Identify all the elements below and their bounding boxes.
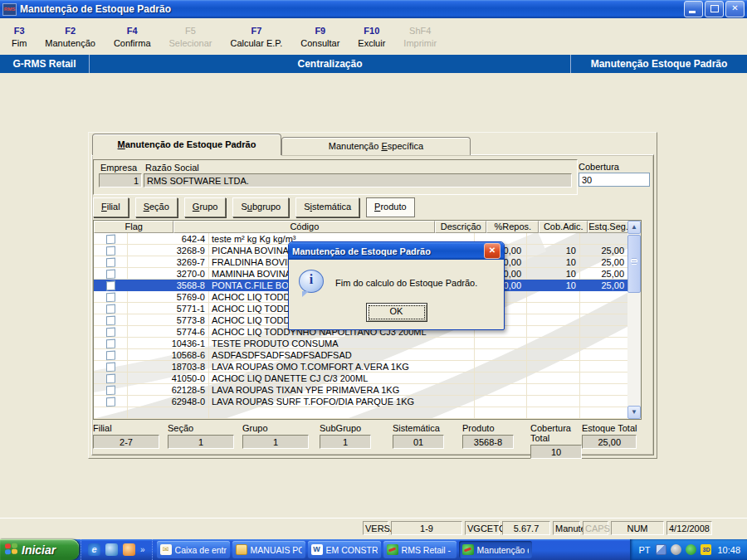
repos-cell [474, 384, 526, 396]
toolbar-item[interactable]: F7 Calcular E.P. [230, 26, 282, 48]
codigo-cell: 62128-5 [127, 384, 208, 396]
quick-launch: e » [81, 539, 153, 560]
toolbar-item[interactable]: F3 Fim [12, 26, 27, 48]
task-button-label: MANUAIS PO... [251, 545, 302, 555]
column-header: Flag [94, 221, 173, 233]
table-row[interactable]: 62128-5 LAVA ROUPAS TIXAN YPE PRIMAVERA … [94, 384, 629, 396]
toolbar-item[interactable]: F5 Selecionar [169, 26, 212, 48]
start-button[interactable]: Iniciar [0, 539, 79, 560]
folder-window-button[interactable]: MANUAIS PO... [232, 541, 305, 558]
scroll-up-button[interactable]: ▲ [627, 221, 641, 234]
filter-button[interactable]: Grupo [184, 197, 227, 217]
xara3d-icon[interactable] [701, 544, 711, 555]
summary-field: 2-7 [93, 435, 159, 449]
estq-seg-cell [579, 396, 629, 407]
filter-button[interactable]: Produto [366, 197, 415, 217]
flag-checkbox[interactable] [106, 397, 115, 407]
media-player-icon[interactable] [123, 543, 135, 556]
filter-button[interactable]: Sistemática [295, 197, 359, 217]
word-window-button[interactable]: EM CONSTRU... [308, 541, 381, 558]
estq-seg-cell [579, 338, 629, 349]
restore-button[interactable] [705, 1, 724, 17]
summary-label: Grupo [242, 423, 309, 433]
function-action-label: Calcular E.P. [230, 38, 282, 48]
ok-button[interactable]: OK [366, 303, 427, 322]
descricao-cell: ACHOC LIQ DANETTE CJ C/3 200ML [208, 373, 474, 384]
toolbar-item[interactable]: F10 Excluir [358, 26, 385, 48]
cob-adic-cell [526, 373, 579, 384]
flag-checkbox[interactable] [106, 304, 115, 314]
globe-icon[interactable] [105, 543, 118, 556]
table-row[interactable]: 41050-0 ACHOC LIQ DANETTE CJ C/3 200ML [94, 373, 629, 384]
table-row[interactable]: 62948-0 LAVA ROUPAS SURF T.FOFO/DIA PARQ… [94, 396, 629, 407]
task-button-label: RMS Retail - [... [402, 545, 453, 555]
scroll-thumb[interactable] [627, 235, 641, 293]
summary-item: Estoque Total 25,00 [582, 423, 637, 455]
estq-seg-cell [579, 384, 629, 396]
codigo-cell: 3270-0 [127, 268, 208, 280]
filter-button[interactable]: Subgrupo [232, 197, 289, 217]
close-button[interactable]: ✕ [725, 1, 745, 17]
tab[interactable]: Manutenção de Estoque Padrão [92, 134, 281, 155]
chevron-right-icon[interactable]: » [140, 545, 145, 554]
flag-checkbox[interactable] [106, 339, 115, 349]
estq-seg-cell [579, 291, 629, 303]
estq-seg-cell [579, 303, 629, 314]
flag-checkbox[interactable] [106, 258, 115, 268]
razao-social-label: Razão Social [145, 163, 199, 173]
flag-checkbox[interactable] [106, 246, 115, 256]
flag-cell [94, 395, 127, 410]
minimize-button[interactable] [684, 1, 703, 17]
estq-seg-cell [579, 361, 629, 373]
flag-checkbox[interactable] [106, 328, 115, 338]
language-indicator[interactable]: PT [638, 545, 650, 555]
flag-checkbox[interactable] [106, 351, 115, 361]
toolbar-item[interactable]: F2 Manutenção [45, 26, 95, 48]
dialog-close-icon[interactable]: ✕ [484, 243, 500, 259]
ie-icon[interactable]: e [88, 543, 100, 556]
network-icon[interactable] [656, 544, 666, 555]
status-cell: VGCETQPD [465, 521, 500, 535]
flag-checkbox[interactable] [106, 386, 115, 396]
codigo-cell: 5769-0 [127, 291, 208, 303]
summary-label: Produto [462, 423, 514, 433]
estq-seg-cell: 25,00 [579, 268, 629, 280]
flag-checkbox[interactable] [106, 374, 115, 384]
flag-checkbox[interactable] [106, 363, 115, 373]
flag-checkbox[interactable] [106, 270, 115, 280]
flag-checkbox[interactable] [106, 316, 115, 326]
descricao-cell: ASDFASDFSADFSADFSADFSAD [208, 349, 474, 361]
table-row[interactable]: 18703-8 LAVA ROUPAS OMO T.COMFORT A.VERA… [94, 361, 629, 373]
toolbar-item[interactable]: ShF4 Imprimir [403, 26, 437, 48]
filter-button[interactable]: Filial [93, 197, 129, 217]
manutencao-window-button[interactable]: Manutenção d... [459, 541, 532, 558]
table-row[interactable]: 10436-1 TESTE PRODUTO CONSUMA [94, 338, 629, 349]
vertical-scrollbar[interactable]: ▲ ▼ [627, 221, 641, 419]
scroll-down-button[interactable]: ▼ [627, 406, 641, 419]
flag-checkbox[interactable] [106, 281, 115, 291]
rms-tray-icon[interactable] [686, 544, 696, 555]
cobertura-empresa-input[interactable]: 30 [579, 173, 650, 187]
razao-social-field: RMS SOFTWARE LTDA. [144, 173, 572, 187]
filter-button[interactable]: Seção [135, 197, 178, 217]
descricao-cell: LAVA ROUPAS TIXAN YPE PRIMAVERA 1KG [208, 384, 474, 396]
tab[interactable]: Manutenção Específica [281, 137, 471, 155]
estq-seg-cell [579, 373, 629, 384]
cob-adic-cell [526, 233, 579, 245]
flag-checkbox[interactable] [106, 293, 115, 303]
filter-buttons: Filial Seção Grupo Subgrupo Sistemática … [93, 197, 415, 217]
codigo-cell: 3269-7 [127, 256, 208, 268]
toolbar-item[interactable]: F4 Confirma [114, 26, 151, 48]
summary-label: Seção [168, 423, 234, 433]
codigo-cell: 10436-1 [127, 338, 208, 349]
function-key-label: F9 [300, 26, 339, 36]
summary-label: Estoque Total [582, 423, 637, 433]
codigo-cell: 642-4 [127, 233, 208, 245]
toolbar-item[interactable]: F9 Consultar [300, 26, 339, 48]
rms-retail-window-button[interactable]: RMS Retail - [... [383, 541, 456, 558]
volume-icon[interactable] [671, 544, 681, 555]
status-cell: Manutenção [553, 521, 580, 535]
flag-checkbox[interactable] [106, 235, 115, 245]
mail-window-button[interactable]: Caixa de entr... [157, 541, 230, 558]
table-row[interactable]: 10568-6 ASDFASDFSADFSADFSADFSAD [94, 349, 629, 361]
